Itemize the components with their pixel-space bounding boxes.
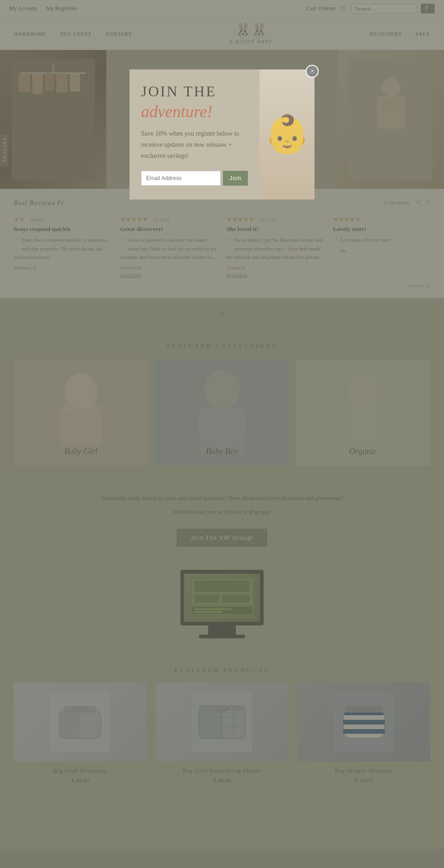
quote-icon-1: "	[14, 235, 19, 248]
vip-text-line2: We'd love for you to join our VIP group!	[9, 507, 435, 517]
monitor-illustration	[180, 570, 264, 638]
svg-rect-55	[345, 706, 382, 712]
popup-close-button[interactable]: ×	[306, 65, 319, 78]
review-3-text: I'm so happy I got the Monsand overall a…	[227, 237, 324, 260]
product-image-stripes	[297, 683, 430, 762]
review-3-author: Taisha O.	[227, 265, 324, 270]
svg-rect-5	[45, 73, 54, 91]
review-2-body: " I was so pleased to discover you when …	[120, 235, 217, 261]
reviews-prev-button[interactable]: <	[416, 198, 421, 208]
quote-icon-4: "	[333, 235, 338, 248]
product-card-shorts[interactable]: Big Grid Drawstring Shorts $ 56.00	[156, 683, 289, 784]
review-4-author: Be	[333, 248, 430, 253]
popup-description: Save 10% when you register below to rece…	[141, 128, 248, 161]
designers-nav-item[interactable]: DESIGNERS	[370, 25, 402, 43]
popup-email-row: Join	[141, 171, 248, 186]
scroll-down-indicator[interactable]: ∨	[0, 298, 444, 329]
review-card-4: ★★★★★ Lovely store! " Love and with ever…	[333, 215, 430, 279]
popup-title-line2: adventure!	[141, 102, 248, 121]
review-1-author: Whitney B.	[14, 265, 111, 270]
product-name-bloomers: Big Grid Bloomers	[14, 767, 147, 774]
toy-chest-nav-item[interactable]: TOY CHEST	[60, 25, 92, 43]
collections-grid: Baby Girl Baby Boy Organic	[0, 359, 444, 480]
site-logo[interactable]: 🐰🐰 a gifted baby	[225, 18, 278, 50]
reviews-navigation: < >	[416, 198, 430, 208]
products-section: FEATURED PRODUCTS Big Grid Bloomers $ 48…	[0, 648, 444, 803]
review-2-read-more[interactable]: Read More	[120, 273, 141, 278]
review-1-text: They always respond quickly to questions…	[14, 237, 107, 260]
quote-icon-2: "	[120, 235, 125, 248]
svg-rect-3	[18, 73, 30, 92]
collection-baby-boy[interactable]: Baby Boy	[155, 359, 289, 466]
review-4-body: " Love and with ever ham	[333, 235, 430, 244]
review-1-header: ★★ 04/04/17	[14, 215, 111, 223]
search-button[interactable]: 🔍	[421, 4, 435, 13]
quote-icon-3: "	[227, 235, 232, 248]
reviews-grid: ★★ 04/04/17 lways respond quickly " They…	[14, 215, 430, 279]
vip-text-line1: Want early early access to sales and bra…	[9, 493, 435, 503]
logo-bunnies-icon: 🐰🐰	[229, 22, 273, 37]
review-3-date: 03/27/17	[260, 217, 277, 222]
monitor-screen	[180, 570, 264, 625]
sale-nav-item[interactable]: SALE	[415, 25, 430, 43]
review-4-text: Love and with ever ham	[340, 237, 390, 243]
collection-organic[interactable]: Organic	[296, 359, 430, 466]
reviews-section: Real Reviews Fr 12 Reviews < > ★★ 04/04/…	[0, 189, 444, 298]
product-card-stripes[interactable]: Big Stripes Bloomer $ 40.00	[297, 683, 430, 784]
popup-content: JOIN THE adventure! Save 10% when you re…	[130, 69, 259, 200]
review-2-text: I was so pleased to discover you when I …	[120, 237, 217, 260]
product-price-bloomers: $ 48.00	[14, 777, 147, 784]
collection-organic-label: Organic	[349, 447, 376, 456]
svg-rect-29	[222, 594, 250, 603]
svg-rect-35	[59, 711, 79, 738]
monitor-section	[0, 561, 444, 648]
svg-rect-11	[379, 101, 402, 105]
reviews-side-tab[interactable]: REVIEWS	[0, 134, 8, 167]
review-3-read-more[interactable]: Read More	[227, 273, 247, 278]
reviews-header: Real Reviews Fr 12 Reviews < >	[14, 198, 430, 208]
svg-rect-12	[379, 106, 402, 110]
products-section-title: FEATURED PRODUCTS	[14, 657, 430, 683]
nursery-nav-item[interactable]: NURSERY	[105, 25, 132, 43]
baby-illustration: 👶	[264, 112, 310, 156]
svg-rect-27	[194, 581, 250, 592]
svg-rect-40	[199, 708, 221, 738]
top-navigation: My Account My Registries Cart: 0 Items 🛒…	[0, 0, 444, 18]
review-card-2: ★★★★★ 03/29/17 Great discovery! " I was …	[120, 215, 217, 279]
reviews-next-button[interactable]: >	[426, 198, 430, 208]
search-input[interactable]	[352, 4, 416, 13]
popup-join-button[interactable]: Join	[223, 171, 248, 186]
review-2-title: Great discovery!	[120, 225, 217, 233]
collections-section-title: FEATURED COLLECTIONS	[0, 329, 444, 359]
review-1-date: 04/04/17	[31, 217, 47, 222]
svg-rect-24	[345, 406, 382, 440]
svg-rect-4	[32, 73, 43, 94]
review-3-body: " I'm so happy I got the Monsand overall…	[227, 235, 324, 261]
vip-section: Want early early access to sales and bra…	[0, 480, 444, 561]
wardrobe-nav-item[interactable]: WARDROBE	[14, 25, 46, 43]
reviews-title: Real Reviews Fr	[14, 200, 64, 207]
cart-info[interactable]: Cart: 0 Items	[306, 5, 335, 12]
popup-image-area: 👶	[259, 69, 314, 200]
my-registries-link[interactable]: My Registries	[46, 5, 78, 12]
popup-email-input[interactable]	[141, 171, 221, 186]
hero-clothing-right-image	[338, 50, 444, 189]
collection-girl-label: Baby Girl	[64, 447, 98, 456]
collection-baby-girl[interactable]: Baby Girl	[14, 359, 148, 466]
product-image-shorts	[156, 683, 289, 762]
svg-rect-32	[194, 611, 222, 613]
my-account-link[interactable]: My Account	[9, 5, 37, 12]
review-4-title: Lovely store!	[333, 225, 430, 233]
svg-point-23	[348, 375, 378, 408]
collection-boy-label: Baby Boy	[206, 447, 238, 456]
svg-rect-54	[343, 729, 385, 734]
svg-rect-46	[199, 705, 245, 711]
review-4-stars: ★★★★★	[333, 216, 361, 223]
product-card-bloomers[interactable]: Big Grid Bloomers $ 48.00	[14, 683, 147, 784]
svg-rect-36	[64, 706, 96, 713]
review-2-header: ★★★★★ 03/29/17	[120, 215, 217, 223]
logo-text: a gifted baby	[229, 37, 273, 45]
vip-join-button[interactable]: Join The VIP Group!	[177, 529, 267, 547]
review-1-title: lways respond quickly	[14, 225, 111, 233]
svg-rect-28	[194, 594, 220, 603]
